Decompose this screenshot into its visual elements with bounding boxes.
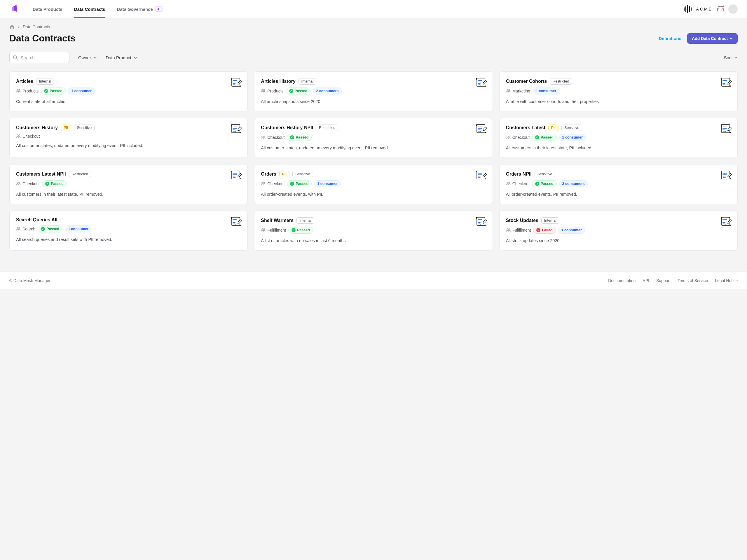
- contract-card[interactable]: ArticlesInternalProductsPassed1 consumer…: [9, 72, 248, 111]
- chevron-right-icon: [18, 25, 20, 29]
- status-failed: Failed: [533, 226, 556, 234]
- card-description: Current state of all articles: [16, 99, 241, 105]
- contract-icon: [230, 216, 242, 228]
- card-title: Customers Latest NPII: [16, 171, 66, 177]
- avatar[interactable]: [728, 4, 738, 14]
- consumers-pill: 1 consumer: [314, 180, 341, 187]
- status-passed: Passed: [287, 180, 312, 187]
- sort-dropdown[interactable]: Sort: [724, 55, 738, 60]
- team-name: Checkout: [267, 181, 284, 186]
- consumers-pill: 1 consumer: [68, 87, 95, 95]
- contract-card[interactable]: Customers Latest NPIIRestrictedCheckoutP…: [9, 164, 248, 204]
- contract-icon: [230, 123, 242, 135]
- card-description: All order-created events, with PII.: [261, 191, 486, 197]
- tag-pii: PII: [279, 171, 289, 177]
- contract-icon: [230, 170, 242, 182]
- owner-filter[interactable]: Owner: [78, 55, 97, 60]
- status-dot-icon: [535, 182, 539, 186]
- nav-tabs: Data Products Data Contracts Data Govern…: [33, 0, 162, 18]
- contracts-grid: ArticlesInternalProductsPassed1 consumer…: [9, 72, 738, 250]
- definitions-link[interactable]: Definitions: [659, 36, 681, 41]
- svg-point-10: [263, 136, 265, 137]
- team: Products: [16, 89, 38, 93]
- svg-point-2: [19, 89, 20, 91]
- contract-card[interactable]: Shelf WarmersInternalFulfillmentPassedA …: [254, 211, 493, 250]
- svg-point-14: [19, 182, 20, 183]
- search-input[interactable]: [9, 52, 70, 63]
- data-product-filter[interactable]: Data Product: [106, 55, 137, 60]
- team-name: Search: [23, 226, 35, 231]
- contract-card[interactable]: Customer CohortsRestrictedMarketing1 con…: [499, 72, 738, 111]
- card-title: Articles: [16, 79, 33, 84]
- add-data-contract-button[interactable]: Add Data Contract: [687, 33, 738, 44]
- team: Fulfillment: [261, 228, 286, 233]
- consumers-pill: 1 consumer: [65, 225, 92, 233]
- tab-data-governance-label: Data Governance: [117, 7, 153, 12]
- top-navigation: Data Products Data Contracts Data Govern…: [0, 0, 747, 18]
- status-dot-icon: [289, 89, 293, 93]
- card-title: Customers History: [16, 125, 58, 130]
- tag-internal: Internal: [541, 217, 559, 224]
- contract-card[interactable]: Articles HistoryInternalProductsPassed2 …: [254, 72, 493, 111]
- card-title: Articles History: [261, 79, 295, 84]
- svg-point-5: [507, 89, 508, 91]
- card-title: Search Queries All: [16, 217, 57, 222]
- footer-link[interactable]: Support: [656, 278, 671, 283]
- svg-point-9: [262, 136, 263, 137]
- contract-icon: [720, 123, 732, 135]
- tab-data-contracts[interactable]: Data Contracts: [74, 0, 105, 18]
- card-description: All customers in their latest state, PII…: [506, 145, 731, 151]
- status-passed: Passed: [286, 87, 311, 95]
- footer-link[interactable]: Legal Notice: [715, 278, 738, 283]
- svg-point-20: [19, 228, 20, 229]
- svg-point-11: [507, 136, 508, 137]
- svg-point-6: [508, 89, 510, 91]
- svg-point-12: [508, 136, 510, 137]
- svg-point-7: [17, 135, 18, 136]
- svg-point-3: [262, 89, 263, 91]
- app-logo[interactable]: [9, 3, 21, 15]
- contract-card[interactable]: Stock UpdatesInternalFulfillmentFailed1 …: [499, 211, 738, 250]
- tag-restricted: Restricted: [550, 78, 572, 85]
- footer: © Data Mesh Manager DocumentationAPISupp…: [0, 271, 747, 289]
- contract-card[interactable]: Customers HistoryPIISensitiveCheckoutAll…: [9, 118, 248, 158]
- tag-sensitive: Sensitive: [535, 171, 555, 177]
- team: Fulfillment: [506, 228, 531, 233]
- contract-card[interactable]: Customers History NPIIRestrictedCheckout…: [254, 118, 493, 158]
- contract-card[interactable]: OrdersPIISensitiveCheckoutPassed1 consum…: [254, 164, 493, 204]
- team: Checkout: [506, 135, 530, 140]
- status-dot-icon: [291, 228, 295, 232]
- footer-copyright: © Data Mesh Manager: [9, 278, 50, 283]
- owner-filter-label: Owner: [78, 55, 91, 60]
- footer-link[interactable]: Terms of Service: [677, 278, 708, 283]
- org-name[interactable]: ACME: [696, 7, 713, 11]
- contract-card[interactable]: Orders NPIISensitiveCheckoutPassed2 cons…: [499, 164, 738, 204]
- svg-point-8: [19, 135, 20, 136]
- footer-link[interactable]: Documentation: [608, 278, 636, 283]
- tag-pii: PII: [61, 125, 71, 131]
- page-title: Data Contracts: [9, 33, 76, 44]
- svg-point-17: [507, 182, 508, 183]
- status-passed: Passed: [37, 225, 62, 233]
- home-icon[interactable]: [9, 24, 15, 29]
- tab-data-products[interactable]: Data Products: [33, 0, 62, 18]
- status-dot-icon: [536, 228, 540, 232]
- svg-point-0: [14, 56, 17, 59]
- card-description: All order-created events, PII removed.: [506, 191, 731, 197]
- status-dot-icon: [535, 135, 539, 139]
- tag-restricted: Restricted: [69, 171, 91, 177]
- status-passed: Passed: [532, 134, 557, 141]
- team-name: Products: [267, 89, 283, 93]
- consumers-pill: 1 consumer: [558, 226, 585, 234]
- consumers-pill: 1 consumer: [559, 134, 586, 141]
- contract-card[interactable]: Customers LatestPIISensitiveCheckoutPass…: [499, 118, 738, 158]
- svg-point-16: [263, 182, 265, 183]
- inbox-icon[interactable]: [717, 6, 724, 12]
- tag-internal: Internal: [36, 78, 54, 85]
- footer-link[interactable]: API: [643, 278, 649, 283]
- sound-wave-icon[interactable]: [684, 5, 692, 12]
- tab-data-governance[interactable]: Data Governance AI: [117, 0, 162, 18]
- contract-card[interactable]: Search Queries AllSearchPassed1 consumer…: [9, 211, 248, 250]
- sort-label: Sort: [724, 55, 732, 60]
- svg-point-15: [262, 182, 263, 183]
